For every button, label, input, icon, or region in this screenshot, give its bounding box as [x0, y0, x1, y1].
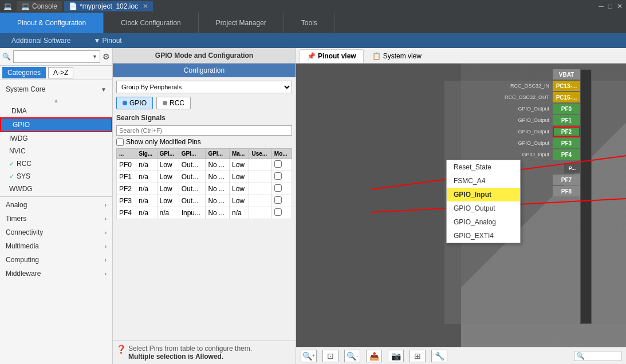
- sidebar-item-middleware[interactable]: Middleware ›: [0, 267, 112, 280]
- close-window-button[interactable]: ✕: [617, 2, 623, 10]
- col-gpi3: GPI...: [206, 149, 230, 159]
- context-menu-gpio-output[interactable]: GPIO_Output: [447, 201, 520, 215]
- tab-tools[interactable]: Tools: [284, 13, 335, 33]
- cell-use: [249, 195, 271, 207]
- modified-checkbox[interactable]: [116, 139, 124, 146]
- sub-tab-pinout-label: ▼ Pinout: [93, 37, 121, 45]
- timers-arrow-icon: ›: [105, 216, 107, 222]
- sidebar-item-wwdg[interactable]: WWDG: [0, 183, 112, 195]
- table-row[interactable]: PF2 n/a Low Out... No ... Low: [117, 183, 292, 195]
- tab-clock-configuration[interactable]: Clock Configuration: [104, 13, 199, 33]
- sidebar-item-nvic[interactable]: NVIC: [0, 145, 112, 157]
- mode-tab-rcc[interactable]: RCC: [156, 97, 191, 109]
- col-gpi2: GPI...: [179, 149, 206, 159]
- context-menu-gpio-analog[interactable]: GPIO_Analog: [447, 215, 520, 229]
- group-by-select[interactable]: Group By Peripherals: [116, 81, 292, 93]
- cell-col5: No ...: [206, 159, 230, 171]
- toolbar-search-input[interactable]: [586, 351, 621, 361]
- rcc-osc32-in-label: RCC_OSC32_IN: [509, 83, 550, 89]
- pin-box-pf1[interactable]: PF1: [553, 115, 580, 125]
- pin-box-pc14[interactable]: PC13-...: [553, 81, 580, 91]
- cell-check[interactable]: [271, 171, 292, 183]
- cell-col4: Out...: [179, 183, 206, 195]
- settings-button[interactable]: 🔧: [431, 350, 447, 362]
- col-sig: Sig...: [136, 149, 157, 159]
- table-row[interactable]: PF3 n/a Low Out... No ... Low: [117, 195, 292, 207]
- pin-box-vbat[interactable]: VBAT: [553, 69, 580, 80]
- sidebar-item-gpio[interactable]: GPIO: [0, 117, 112, 132]
- cell-check[interactable]: [271, 183, 292, 195]
- pin-box-pf2[interactable]: PF2: [553, 126, 580, 137]
- console-tab[interactable]: 💻 Console: [17, 1, 62, 11]
- pin-row-pf3: GPIO_Output PF3: [503, 138, 580, 148]
- pin-box-pc15[interactable]: PC15-...: [553, 92, 580, 102]
- maximize-button[interactable]: □: [608, 2, 612, 10]
- pin-row-pc15: RCC_OSC32_OUT PC15-...: [503, 92, 580, 102]
- pin-box-pf8[interactable]: PF8: [553, 186, 580, 196]
- sidebar-item-rcc[interactable]: ✓ RCC: [0, 157, 112, 170]
- zoom-in-button[interactable]: 🔍+: [301, 350, 317, 362]
- cell-sig: n/a: [136, 171, 157, 183]
- rcc-check: ✓: [9, 160, 14, 168]
- filter-tab-az[interactable]: A->Z: [48, 67, 73, 78]
- context-menu-gpio-input[interactable]: GPIO_Input: [447, 188, 520, 201]
- search-box: ▼: [13, 50, 100, 63]
- sidebar-item-system-core[interactable]: System Core ▼: [0, 82, 112, 96]
- sidebar-item-iwdg[interactable]: IWDG: [0, 132, 112, 145]
- project-tab[interactable]: 📄 *myproject_102.ioc ✕: [64, 1, 153, 11]
- sidebar-item-multimedia[interactable]: Multimedia ›: [0, 239, 112, 253]
- sub-tab-pinout[interactable]: ▼ Pinout: [82, 33, 133, 48]
- sidebar-item-connectivity[interactable]: Connectivity ›: [0, 225, 112, 239]
- table-row[interactable]: PF0 n/a Low Out... No ... Low: [117, 159, 292, 171]
- sidebar-item-analog[interactable]: Analog ›: [0, 198, 112, 212]
- pin-box-pf7[interactable]: PF7: [553, 175, 580, 185]
- pin-box-partial[interactable]: P...: [564, 163, 580, 173]
- tab-pinout-view[interactable]: 📌 Pinout view: [300, 49, 364, 63]
- signal-search-input[interactable]: [117, 126, 292, 135]
- hint-area: ❓ Select Pins from table to configure th…: [113, 341, 296, 364]
- fit-view-button[interactable]: ⊡: [322, 350, 338, 362]
- pinout-view-icon: 📌: [307, 52, 316, 60]
- sidebar-item-dma[interactable]: DMA: [0, 105, 112, 117]
- pin-box-pf0[interactable]: PF0: [553, 104, 580, 114]
- mode-tab-gpio[interactable]: GPIO: [116, 97, 153, 109]
- screenshot-button[interactable]: 📷: [388, 350, 404, 362]
- zoom-out-button[interactable]: 🔍-: [344, 350, 360, 362]
- cell-check[interactable]: [271, 207, 292, 219]
- gpio-data-table: ... Sig... GPI... GPI... GPI... Ma... Us…: [116, 148, 292, 219]
- gpio-mode-label: GPIO: [129, 99, 147, 107]
- search-input[interactable]: [16, 53, 92, 60]
- sub-tab-bar: Additional Software ▼ Pinout: [0, 33, 626, 48]
- grid-button[interactable]: ⊞: [410, 350, 426, 362]
- export-button[interactable]: 📤: [366, 350, 382, 362]
- col-use: Use...: [249, 149, 271, 159]
- pin-box-pf3[interactable]: PF3: [553, 138, 580, 148]
- tab-system-view[interactable]: 📋 System view: [365, 49, 429, 63]
- cell-sig: n/a: [136, 207, 157, 219]
- table-row[interactable]: PF4 n/a n/a Inpu... No ... n/a: [117, 207, 292, 219]
- sidebar-item-computing[interactable]: Computing ›: [0, 253, 112, 267]
- sub-tab-label: Additional Software: [11, 37, 70, 45]
- sidebar-item-timers[interactable]: Timers ›: [0, 212, 112, 225]
- cell-check[interactable]: [271, 159, 292, 171]
- tab-project-manager[interactable]: Project Manager: [199, 13, 284, 33]
- context-menu-fsmc-a4[interactable]: FSMC_A4: [447, 174, 520, 188]
- tab-pinout-configuration[interactable]: Pinout & Configuration: [0, 13, 104, 33]
- sub-tab-additional-software[interactable]: Additional Software: [0, 33, 82, 48]
- minimize-button[interactable]: ─: [599, 2, 604, 10]
- timers-label: Timers: [6, 215, 26, 223]
- table-row[interactable]: PF1 n/a Low Out... No ... Low: [117, 171, 292, 183]
- console-label: Console: [32, 2, 57, 10]
- gear-icon[interactable]: ⚙: [103, 52, 110, 61]
- sidebar-items: System Core ▼ ▲ DMA GPIO IWDG: [0, 80, 112, 364]
- pin-box-pf4[interactable]: PF4: [553, 149, 580, 160]
- signal-search-label: Search Signals: [116, 114, 292, 122]
- sidebar-item-sys[interactable]: ✓ SYS: [0, 170, 112, 183]
- close-icon[interactable]: ✕: [143, 2, 148, 10]
- dropdown-arrow-icon[interactable]: ▼: [92, 54, 97, 60]
- context-menu-gpio-exti4[interactable]: GPIO_EXTI4: [447, 229, 520, 243]
- cell-check[interactable]: [271, 195, 292, 207]
- context-menu-reset-state[interactable]: Reset_State: [447, 160, 520, 174]
- filter-tab-categories[interactable]: Categories: [2, 67, 46, 78]
- rcc-mode-label: RCC: [170, 99, 184, 107]
